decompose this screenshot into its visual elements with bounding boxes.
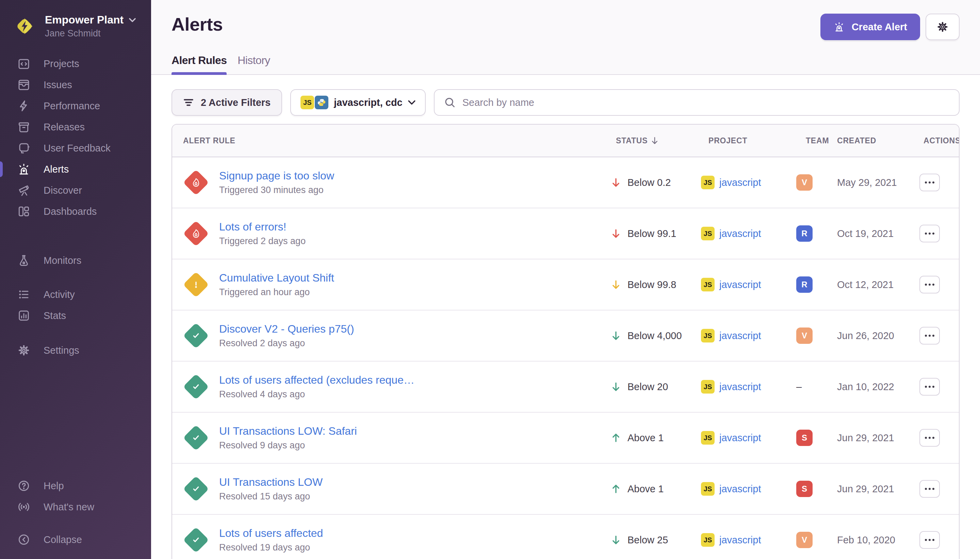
alert-rule-status-text: Resolved 2 days ago bbox=[219, 338, 354, 349]
column-header-project[interactable]: PROJECT bbox=[698, 136, 795, 146]
search-input[interactable]: Search by name bbox=[434, 89, 960, 116]
project-link[interactable]: javascript bbox=[719, 483, 761, 495]
table-row: Lots of users affected Resolved 19 days … bbox=[172, 515, 959, 559]
sidebar-item-releases[interactable]: Releases bbox=[0, 116, 151, 137]
project-link[interactable]: javascript bbox=[719, 177, 761, 188]
row-actions-button[interactable] bbox=[919, 531, 940, 549]
sidebar-item-monitors[interactable]: Monitors bbox=[0, 250, 151, 271]
column-header-team[interactable]: TEAM bbox=[795, 136, 826, 146]
sidebar-item-whats-new[interactable]: What's new bbox=[0, 496, 151, 518]
sidebar-item-user-feedback[interactable]: User Feedback bbox=[0, 137, 151, 159]
column-header-created[interactable]: CREATED bbox=[826, 136, 912, 146]
row-actions-button[interactable] bbox=[919, 429, 940, 447]
table-row: Signup page is too slow Triggered 30 min… bbox=[172, 157, 959, 208]
project-link[interactable]: javascript bbox=[719, 228, 761, 239]
trend-arrow-icon bbox=[610, 483, 621, 495]
settings-gear-button[interactable] bbox=[926, 13, 960, 40]
alert-rule-link[interactable]: Discover V2 - Queries p75() bbox=[219, 323, 354, 335]
issues-icon bbox=[17, 78, 31, 92]
team-avatar: V bbox=[796, 327, 813, 344]
severity-icon bbox=[183, 374, 209, 400]
row-actions-button[interactable] bbox=[919, 480, 940, 498]
sidebar-item-projects[interactable]: Projects bbox=[0, 53, 151, 74]
actions-cell bbox=[912, 225, 959, 242]
projects-icon bbox=[17, 57, 31, 71]
alert-rule-status-text: Triggered an hour ago bbox=[219, 287, 334, 298]
project-filter-select[interactable]: JS javascript, cdc bbox=[290, 89, 426, 116]
alert-rule-link[interactable]: Lots of users affected bbox=[219, 527, 323, 539]
list-icon bbox=[17, 288, 31, 301]
javascript-platform-icon: JS bbox=[701, 380, 714, 394]
alert-rule-link[interactable]: Lots of errors! bbox=[219, 221, 305, 233]
actions-cell bbox=[912, 480, 959, 498]
sidebar-item-collapse[interactable]: Collapse bbox=[0, 529, 151, 550]
column-header-alert-rule[interactable]: ALERT RULE bbox=[172, 136, 605, 146]
project-link[interactable]: javascript bbox=[719, 534, 761, 546]
row-actions-button[interactable] bbox=[919, 378, 940, 395]
alert-rule-link[interactable]: UI Transactions LOW: Safari bbox=[219, 425, 357, 437]
alert-rule-link[interactable]: Cumulative Layout Shift bbox=[219, 272, 334, 284]
collapse-icon bbox=[17, 533, 31, 546]
flask-icon bbox=[17, 254, 31, 267]
created-cell: Jan 10, 2022 bbox=[826, 381, 912, 392]
table-row: UI Transactions LOW: Safari Resolved 9 d… bbox=[172, 413, 959, 464]
org-switcher[interactable]: Empower Plant Jane Schmidt bbox=[0, 0, 151, 39]
table-row: UI Transactions LOW Resolved 15 days ago… bbox=[172, 464, 959, 515]
create-alert-button[interactable]: Create Alert bbox=[820, 13, 920, 40]
sidebar-item-help[interactable]: Help bbox=[0, 475, 151, 496]
actions-cell bbox=[912, 429, 959, 447]
alert-rule-link[interactable]: UI Transactions LOW bbox=[219, 476, 323, 488]
sidebar-item-discover[interactable]: Discover bbox=[0, 180, 151, 201]
trend-arrow-icon bbox=[610, 177, 621, 188]
severity-icon bbox=[183, 323, 209, 349]
alert-rule-link[interactable]: Signup page is too slow bbox=[219, 170, 334, 182]
status-cell: Below 20 bbox=[605, 381, 698, 392]
project-cell: JS javascript bbox=[698, 533, 795, 547]
alert-rule-status-text: Triggered 2 days ago bbox=[219, 236, 305, 246]
feedback-icon bbox=[17, 141, 31, 155]
active-filters-button[interactable]: 2 Active Filters bbox=[172, 89, 282, 116]
project-link[interactable]: javascript bbox=[719, 381, 761, 392]
sidebar-item-alerts[interactable]: Alerts bbox=[0, 159, 151, 180]
javascript-platform-icon: JS bbox=[701, 176, 714, 189]
tab-alert-rules[interactable]: Alert Rules bbox=[172, 54, 227, 74]
team-cell: S bbox=[795, 481, 826, 497]
chevron-down-icon bbox=[129, 18, 136, 23]
trend-arrow-icon bbox=[610, 432, 621, 443]
project-link[interactable]: javascript bbox=[719, 330, 761, 341]
row-actions-button[interactable] bbox=[919, 225, 940, 242]
alert-rule-link[interactable]: Lots of users affected (excludes reque… bbox=[219, 374, 414, 386]
severity-icon bbox=[183, 272, 209, 298]
project-link[interactable]: javascript bbox=[719, 279, 761, 290]
row-actions-button[interactable] bbox=[919, 276, 940, 293]
actions-cell bbox=[912, 327, 959, 344]
trend-arrow-icon bbox=[610, 279, 621, 290]
team-cell: V bbox=[795, 532, 826, 548]
column-header-actions[interactable]: ACTIONS bbox=[912, 136, 959, 146]
team-cell: – bbox=[795, 381, 826, 392]
created-cell: Feb 10, 2020 bbox=[826, 534, 912, 546]
sidebar-item-settings[interactable]: Settings bbox=[0, 340, 151, 361]
table-header: ALERT RULE STATUS PROJECT TEAM CREATED A… bbox=[172, 125, 959, 157]
siren-icon bbox=[17, 162, 31, 176]
sidebar-item-activity[interactable]: Activity bbox=[0, 284, 151, 305]
sidebar-item-issues[interactable]: Issues bbox=[0, 74, 151, 95]
row-actions-button[interactable] bbox=[919, 327, 940, 344]
column-header-status[interactable]: STATUS bbox=[605, 136, 698, 146]
javascript-platform-icon: JS bbox=[701, 278, 714, 291]
row-actions-button[interactable] bbox=[919, 174, 940, 191]
actions-cell bbox=[912, 174, 959, 191]
team-cell: S bbox=[795, 430, 826, 446]
tab-history[interactable]: History bbox=[238, 54, 270, 74]
sidebar-item-stats[interactable]: Stats bbox=[0, 305, 151, 326]
project-link[interactable]: javascript bbox=[719, 432, 761, 443]
tabs: Alert Rules History bbox=[172, 54, 960, 74]
telescope-icon bbox=[17, 184, 31, 197]
alert-rule-status-text: Triggered 30 minutes ago bbox=[219, 185, 334, 195]
actions-cell bbox=[912, 531, 959, 549]
sidebar-nav: ProjectsIssuesPerformanceReleasesUser Fe… bbox=[0, 53, 151, 559]
team-cell: R bbox=[795, 276, 826, 293]
sidebar-item-dashboards[interactable]: Dashboards bbox=[0, 201, 151, 222]
sidebar-item-performance[interactable]: Performance bbox=[0, 95, 151, 116]
python-platform-icon bbox=[315, 96, 328, 109]
